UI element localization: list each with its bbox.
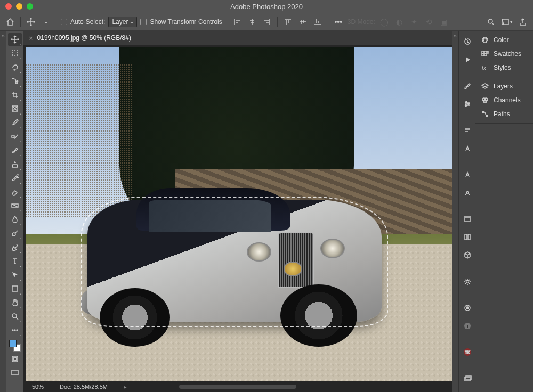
panel-styles[interactable]: fxStyles xyxy=(475,61,533,75)
shape-tool[interactable] xyxy=(8,282,22,295)
brush-panel-icon[interactable] xyxy=(461,301,474,314)
svg-point-18 xyxy=(465,105,466,107)
tool-preset-picker[interactable]: ⌄ xyxy=(40,16,52,28)
tk-plugin-icon[interactable]: TK xyxy=(461,346,474,358)
scrollbar[interactable] xyxy=(179,385,296,389)
panel-paths[interactable]: Paths xyxy=(475,107,533,121)
libraries-icon[interactable] xyxy=(461,231,474,243)
svg-rect-37 xyxy=(484,54,487,56)
eyedropper-tool[interactable] xyxy=(8,116,22,129)
zoom-level[interactable]: 50% xyxy=(32,383,44,390)
svg-rect-36 xyxy=(482,54,484,56)
close-window[interactable] xyxy=(5,3,12,10)
maximize-window[interactable] xyxy=(27,3,33,10)
home-button[interactable] xyxy=(4,16,16,28)
align-left-icon[interactable] xyxy=(231,16,243,28)
align-bottom-icon[interactable] xyxy=(312,16,324,28)
main-area: » × 0199h0095.jpg @ 50% (RGB/8#) xyxy=(0,31,533,392)
dodge-tool[interactable] xyxy=(8,227,22,240)
move-tool[interactable] xyxy=(8,33,22,46)
blur-tool[interactable] xyxy=(8,213,22,226)
brush-tool[interactable] xyxy=(8,144,22,157)
panel-swatches[interactable]: Swatches xyxy=(475,47,533,61)
separator xyxy=(56,17,56,27)
edit-toolbar[interactable] xyxy=(8,324,22,337)
align-vcenter-icon[interactable] xyxy=(297,16,309,28)
workspace-switcher[interactable]: ▾ xyxy=(501,16,513,28)
separator xyxy=(20,17,21,27)
svg-point-14 xyxy=(13,357,17,361)
history-brush-tool[interactable] xyxy=(8,172,22,184)
hand-tool[interactable] xyxy=(8,296,22,309)
lasso-tool[interactable] xyxy=(8,61,22,74)
doc-size[interactable]: Doc: 28.5M/28.5M xyxy=(60,383,108,390)
pen-tool[interactable] xyxy=(8,241,22,254)
share-icon[interactable] xyxy=(517,16,529,28)
settings-icon[interactable] xyxy=(461,275,474,288)
clone-tool[interactable] xyxy=(8,158,22,170)
palette-icon xyxy=(481,36,489,44)
path-select-tool[interactable] xyxy=(8,268,22,281)
3d-pan-icon: ◐ xyxy=(393,16,405,28)
layer-comp-icon[interactable] xyxy=(461,372,474,385)
styles-icon: fx xyxy=(481,63,489,72)
crop-tool[interactable] xyxy=(8,88,22,101)
zoom-tool[interactable] xyxy=(8,310,22,323)
move-tool-indicator[interactable] xyxy=(25,16,37,28)
properties-icon[interactable] xyxy=(461,213,474,225)
healing-tool[interactable] xyxy=(8,130,22,143)
eraser-tool[interactable] xyxy=(8,185,22,198)
svg-point-31 xyxy=(486,38,487,39)
brush-settings-icon[interactable] xyxy=(461,79,474,92)
align-right-icon[interactable] xyxy=(261,16,273,28)
minimize-window[interactable] xyxy=(16,3,22,10)
svg-point-10 xyxy=(12,330,13,331)
svg-point-30 xyxy=(483,38,484,39)
left-gutter: » xyxy=(0,31,6,392)
search-icon[interactable] xyxy=(485,16,497,28)
panel-channels[interactable]: Channels xyxy=(475,93,533,107)
three-d-mode-label: 3D Mode: xyxy=(348,18,375,26)
adjustments-icon[interactable] xyxy=(461,97,474,110)
panel-label: Color xyxy=(494,36,509,44)
autoselect-checkbox[interactable] xyxy=(61,19,67,25)
autoselect-layer-dropdown[interactable]: Layer xyxy=(108,17,137,27)
quick-select-tool[interactable] xyxy=(8,75,22,87)
svg-point-12 xyxy=(17,330,18,331)
marquee-tool[interactable] xyxy=(8,47,22,60)
document-tab[interactable]: 0199h0095.jpg @ 50% (RGB/8#) xyxy=(37,34,131,42)
more-options-icon[interactable]: ••• xyxy=(333,16,344,28)
svg-point-3 xyxy=(15,81,18,84)
3d-slide-icon: ✦ xyxy=(408,16,420,28)
type-tool[interactable] xyxy=(8,255,22,267)
close-tab-icon[interactable]: × xyxy=(29,34,33,42)
history-icon[interactable] xyxy=(461,35,474,48)
threeD-icon[interactable] xyxy=(461,249,474,262)
show-transform-checkbox[interactable] xyxy=(140,19,147,25)
document-tabs: × 0199h0095.jpg @ 50% (RGB/8#) xyxy=(23,31,452,45)
paragraph-icon[interactable] xyxy=(461,124,474,137)
align-hcenter-icon[interactable] xyxy=(246,16,258,28)
panel-layers[interactable]: Layers xyxy=(475,79,533,93)
align-top-icon[interactable] xyxy=(282,16,294,28)
panel-color[interactable]: Color xyxy=(475,33,533,47)
typography-icon[interactable] xyxy=(461,186,474,199)
gradient-tool[interactable] xyxy=(8,199,22,212)
character-panel-icon[interactable] xyxy=(461,142,474,155)
show-transform-label: Show Transform Controls xyxy=(150,18,222,26)
svg-rect-33 xyxy=(482,51,484,53)
svg-rect-20 xyxy=(465,234,467,240)
info-icon[interactable] xyxy=(461,320,474,332)
expand-chevron-icon[interactable]: » xyxy=(2,33,5,39)
glyphs-icon[interactable] xyxy=(461,168,474,181)
panel-label: Layers xyxy=(494,83,513,90)
frame-tool[interactable] xyxy=(8,102,22,115)
quick-mask-toggle[interactable] xyxy=(8,353,22,365)
swatches-icon xyxy=(481,50,489,58)
svg-text:TK: TK xyxy=(465,350,470,354)
play-icon[interactable] xyxy=(461,53,474,66)
collapse-chevron-icon[interactable]: » xyxy=(454,33,457,392)
canvas[interactable] xyxy=(23,45,452,381)
screen-mode-toggle[interactable] xyxy=(8,366,22,379)
foreground-background-colors[interactable] xyxy=(9,340,21,352)
